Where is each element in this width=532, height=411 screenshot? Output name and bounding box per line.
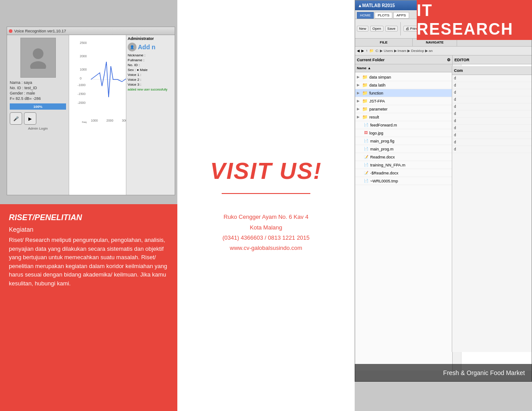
svg-text:2000: 2000 [80,55,87,58]
divider-line [222,193,310,194]
svg-point-1 [30,61,46,69]
svg-text:-2000: -2000 [78,101,86,104]
middle-panel: VISIT US! Ruko Cengger Ayam No. 6 Kav 4 … [177,0,355,411]
website[interactable]: www.cv-galobalsusindo.com [223,243,310,253]
nav-back[interactable]: ◀ [357,49,360,53]
cmd-header: Com [452,66,532,75]
play-button[interactable]: ▶ [24,112,36,125]
tab-apps[interactable]: APPS [393,12,409,19]
list-item[interactable]: 🖼 logo.jpg [355,129,452,137]
matlab-title-text: MATLAB R2015 [362,3,395,8]
list-item[interactable]: ▶ 📁 data latih [355,81,452,89]
cmd-line: d [452,75,532,82]
list-item[interactable]: 📄 training_NN_FPA.m [355,161,452,169]
screenshot-area: Voice Recognition ver1.10.17 Nama : saya… [0,0,177,204]
folder-icon: 📁 [362,107,368,111]
file-col-header: Name ▲ [355,64,452,72]
research-subtitle: Kegiatan [9,226,168,233]
folder-icon: 📁 [362,115,368,119]
list-item[interactable]: ▶ 📁 function [355,89,452,97]
progress-bar-container: 100% [10,103,66,110]
svg-text:0: 0 [80,77,82,80]
path-display: C: ▶ Users ▶ Imam ▶ Desktop ▶ an [376,49,433,53]
research-body: Riset/ Research meliputi pengumpulan, pe… [9,236,168,288]
tab-plots[interactable]: PLOTS [375,12,392,19]
left-panel: Voice Recognition ver1.10.17 Nama : saya… [0,0,177,411]
list-item[interactable]: ▶ 📁 result [355,113,452,121]
file-section-label: FILE [355,39,413,46]
nav-folder: 📁 [369,49,374,53]
file-browser: Current Folder ⚙ Name ▲ ▶ 📁 data simpan … [355,55,453,371]
cmd-line: d [452,96,532,103]
list-item[interactable]: ▶ 📁 parameter [355,105,452,113]
avatar [20,38,56,78]
svg-text:freq: freq [82,121,86,123]
file-nav-bar: ◀ ▶ ↑ 📁 C: ▶ Users ▶ Imam ▶ Desktop ▶ an [355,47,532,55]
m-file-icon2: 📄 [364,147,368,151]
cmd-line: d [452,139,532,146]
matlab-title: ▲ [358,3,362,8]
nama-field: Nama : saya [10,80,66,85]
noid-field: No. ID : test_ID [10,86,66,90]
m-file-icon: 📄 [364,123,368,127]
nav-forward[interactable]: ▶ [361,49,364,53]
new-button[interactable]: New [357,26,368,32]
m-file-icon3: 📄 [364,163,368,167]
list-item[interactable]: 📄 ~WRL0005.tmp [355,177,452,185]
f-field: F= 82.5 dB= -286 [10,96,66,101]
mic-button[interactable]: 🎤 [10,112,22,125]
red-section: RISET/PENELITIAN Kegiatan Riset/ Researc… [0,204,177,411]
folder-icon: 📁 [362,83,368,87]
tab-home[interactable]: HOME [357,12,374,19]
cmd-line: d [452,118,532,125]
folder-settings-icon[interactable]: ⚙ [447,58,450,62]
bottom-banner-text: Fresh & Organic Food Market [443,369,525,376]
add-user-title: Add n [138,43,156,51]
voice-app-title: Voice Recognition ver1.10.17 [14,29,66,33]
list-item[interactable]: 📄 main_prog.fig [355,137,452,145]
phone: (0341) 4366603 / 0813 1221 2015 [223,233,310,243]
contact-info: Ruko Cengger Ayam No. 6 Kav 4 Kota Malan… [223,212,310,253]
folder-icon: 📁 [362,99,368,103]
cmd-line: d [452,82,532,89]
file-list: ▶ 📁 data simpan ▶ 📁 data latih ▶ 📁 funct… [355,72,452,186]
list-item[interactable]: ▶ 📁 JST-FPA [355,97,452,105]
address-line1: Ruko Cengger Ayam No. 6 Kav 4 [223,212,310,222]
editor-header: EDITOR [453,55,532,64]
visit-title: VISIT US! [210,158,322,184]
cmd-line: d [452,103,532,111]
list-item[interactable]: ▶ 📁 data simpan [355,73,452,81]
command-panel: Com d d d d d d d d d d d [452,66,532,352]
it-research-title: IT RESEARCH [417,1,532,39]
open-button[interactable]: Open [370,26,383,32]
address-line2: Kota Malang [223,222,310,233]
nav-up[interactable]: ↑ [366,49,368,53]
list-item[interactable]: 📄 feedForward.m [355,121,452,129]
svg-text:1000: 1000 [80,68,87,71]
bottom-banner: Fresh & Organic Food Market [355,364,532,382]
cmd-line: d [452,125,532,132]
list-item[interactable]: 📝 -$Readme.docx [355,169,452,177]
folder-icon: 📁 [362,91,368,95]
svg-text:-1000: -1000 [78,83,86,87]
form-fields: Nickname : Fullname : No. ID : Sex : ● M… [128,53,173,91]
success-msg: added new user successfully [128,88,173,91]
voice-app-window: Voice Recognition ver1.10.17 Nama : saya… [7,27,175,195]
svg-point-0 [33,48,43,59]
cmd-line: d [452,146,532,153]
list-item[interactable]: 📝 Readme.docx [355,153,452,161]
voice-app-titlebar: Voice Recognition ver1.10.17 [7,27,175,35]
gender-field: Gender : male [10,91,66,95]
fig-file-icon: 📄 [364,139,368,143]
svg-text:2000: 2000 [106,119,113,122]
matlab-body: Current Folder ⚙ Name ▲ ▶ 📁 data simpan … [355,55,532,371]
folder-icon: 📁 [362,75,368,79]
admin-login-label[interactable]: Admin Login [10,126,66,130]
list-item[interactable]: 📄 main_prog.m [355,145,452,153]
svg-text:1000: 1000 [91,119,98,122]
save-button[interactable]: Save [385,26,398,32]
svg-text:-1500: -1500 [78,92,86,95]
current-folder-header: Current Folder ⚙ [355,55,452,64]
voice-chart-area: 2500 2000 1000 0 -1000 -1500 -2000 1000 [69,35,175,195]
add-user-icon: 👤 [128,43,137,51]
